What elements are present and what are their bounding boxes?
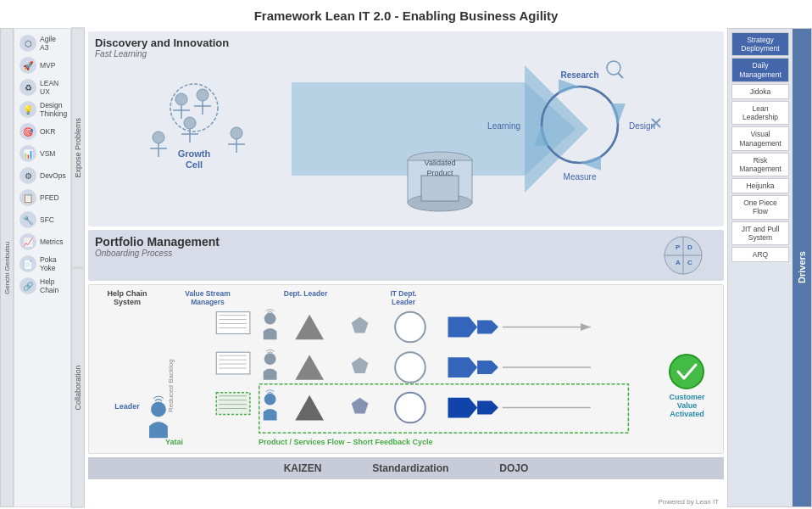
svg-point-70 xyxy=(264,394,276,406)
svg-point-59 xyxy=(264,353,276,365)
sidebar-item-agile-a3[interactable]: ⬡Agile A3 xyxy=(16,32,69,54)
svg-text:Cell: Cell xyxy=(186,159,203,170)
svg-marker-53 xyxy=(477,321,498,334)
svg-text:P: P xyxy=(676,243,681,251)
svg-marker-64 xyxy=(477,361,498,374)
svg-point-4 xyxy=(408,194,472,211)
driver-item-lean-leadership: Lean Leadership xyxy=(731,101,789,125)
driver-item-risk-management: Risk Management xyxy=(731,153,789,176)
driver-item-one-piece-flow: One Piece Flow xyxy=(731,195,789,219)
mvp-icon: 🚀 xyxy=(19,57,36,74)
footer-row: KAIZEN Standardization DOJO xyxy=(88,457,724,479)
sidebar-item-metrics[interactable]: 📈Metrics xyxy=(16,231,69,253)
svg-point-9 xyxy=(175,93,187,105)
svg-point-42 xyxy=(670,355,704,389)
standardization-label: Standardization xyxy=(372,462,448,474)
design-thinking-icon: 💡 xyxy=(19,101,36,118)
helpchain-section: Value Stream Managers Dept. Leader IT De… xyxy=(88,284,724,454)
pfed-icon: 📋 xyxy=(19,189,36,206)
okr-icon: 🎯 xyxy=(19,123,36,140)
svg-point-48 xyxy=(264,313,276,325)
portfolio-title: Portfolio Management xyxy=(95,235,717,249)
driver-item-daily-management: Daily Management xyxy=(731,58,789,81)
agile-a3-icon: ⬡ xyxy=(19,35,36,52)
discovery-section: Discovery and Innovation Fast Learning xyxy=(88,31,724,227)
sidebar-item-pfed[interactable]: 📋PFED xyxy=(16,187,69,209)
svg-text:D: D xyxy=(687,243,692,251)
svg-marker-74 xyxy=(448,398,478,418)
svg-marker-63 xyxy=(448,357,478,378)
kaizen-label: KAIZEN xyxy=(284,462,322,474)
sidebar-item-design-thinking[interactable]: 💡Design Thinking xyxy=(16,98,69,120)
sidebar-item-vsm[interactable]: 📊VSM xyxy=(16,143,69,165)
svg-text:A: A xyxy=(676,259,681,266)
drivers-panel: Strategy DeploymentDaily ManagementJidok… xyxy=(727,28,812,507)
sidebar-item-lean-ux[interactable]: ♻LEAN UX xyxy=(16,76,69,98)
expose-label: Expose Problems xyxy=(71,28,85,268)
driver-item-visual-management: Visual Management xyxy=(731,126,789,150)
svg-point-15 xyxy=(184,117,196,129)
genchi-label: Genchi Genbutsu xyxy=(0,28,14,507)
portfolio-subtitle: Onboarding Process xyxy=(95,249,717,258)
svg-marker-49 xyxy=(295,315,324,340)
svg-text:Learning: Learning xyxy=(487,121,520,131)
reduced-backlog-label: Reduced Backlog xyxy=(167,294,175,412)
svg-marker-72 xyxy=(352,398,369,414)
discovery-title: Discovery and Innovation xyxy=(95,36,717,49)
lean-ux-icon: ♻ xyxy=(19,79,36,96)
svg-text:Research: Research xyxy=(560,70,598,80)
svg-marker-50 xyxy=(352,317,369,333)
svg-rect-54 xyxy=(216,352,250,374)
flow-label: Product / Services Flow – Short Feedback… xyxy=(259,438,433,446)
drivers-title: Drivers xyxy=(793,29,811,506)
svg-marker-61 xyxy=(352,357,369,373)
leader-label: Leader xyxy=(97,402,157,411)
svg-marker-60 xyxy=(295,355,324,380)
help-system-label: Help Chain System xyxy=(97,289,157,306)
powered-by: Powered by Lean IT xyxy=(658,498,719,506)
svg-rect-43 xyxy=(216,312,250,334)
svg-line-32 xyxy=(652,119,660,127)
svg-text:Measure: Measure xyxy=(564,172,597,182)
sidebar-item-mvp[interactable]: 🚀MVP xyxy=(16,54,69,76)
discovery-subtitle: Fast Learning xyxy=(95,49,717,59)
svg-text:Validated: Validated xyxy=(425,159,456,167)
driver-item-strategy-deployment: Strategy Deployment xyxy=(731,32,789,56)
svg-point-26 xyxy=(542,87,618,163)
svg-rect-76 xyxy=(259,384,629,433)
svg-rect-65 xyxy=(216,393,250,415)
customer-value: Customer Value Activated xyxy=(659,353,715,418)
svg-point-51 xyxy=(395,312,425,343)
svg-line-31 xyxy=(652,119,660,127)
devops-icon: ⚙ xyxy=(19,167,36,184)
svg-point-73 xyxy=(395,393,425,423)
svg-rect-5 xyxy=(421,176,459,201)
page-title: Framework Lean IT 2.0 - Enabling Busines… xyxy=(0,0,812,28)
dept-label: Dept. Leader xyxy=(282,289,329,306)
svg-point-20 xyxy=(231,127,242,139)
portfolio-section: Portfolio Management Onboarding Process … xyxy=(88,230,724,281)
driver-item-jit-and-pull-system: JIT and Pull System xyxy=(731,221,789,245)
collaboration-label: Collaboration xyxy=(71,268,85,508)
svg-line-29 xyxy=(618,73,623,78)
yatai-label: Yatai xyxy=(165,438,183,446)
svg-point-2 xyxy=(408,152,472,169)
poka-yoke-icon: 📄 xyxy=(19,255,36,272)
svg-marker-1 xyxy=(525,65,588,193)
sidebar-item-sfc[interactable]: 🔧SFC xyxy=(16,209,69,231)
sidebar-item-poka-yoke[interactable]: 📄Poka Yoke xyxy=(16,253,69,275)
driver-item-arq: ARQ xyxy=(731,247,789,262)
svg-rect-3 xyxy=(408,160,472,203)
sidebar-item-help-chain[interactable]: 🔗Help Chain xyxy=(16,275,69,297)
driver-item-jidoka: Jidoka xyxy=(731,84,789,99)
it-dept-label: IT Dept. Leader xyxy=(378,289,429,306)
metrics-icon: 📈 xyxy=(19,233,36,250)
sidebar-item-okr[interactable]: 🎯OKR xyxy=(16,120,69,143)
sfc-icon: 🔧 xyxy=(19,211,36,228)
svg-text:Growth: Growth xyxy=(178,148,211,159)
sidebar-item-devops[interactable]: ⚙DevOps xyxy=(16,165,69,187)
svg-text:Product: Product xyxy=(426,169,453,177)
vsm-icon: 📊 xyxy=(19,145,36,162)
svg-text:C: C xyxy=(687,259,692,266)
svg-point-23 xyxy=(153,131,164,143)
